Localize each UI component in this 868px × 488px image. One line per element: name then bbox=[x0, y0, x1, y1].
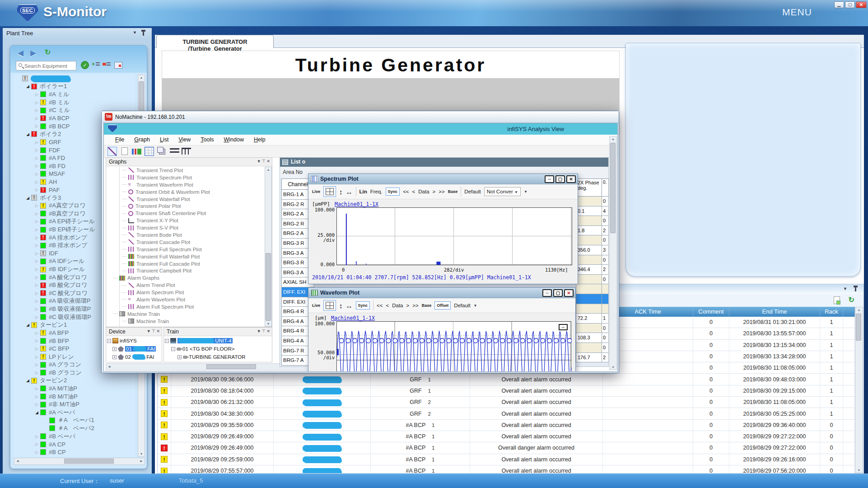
graphs-list-item[interactable]: Machine Train bbox=[107, 310, 264, 318]
device-item[interactable]: +02 FAI bbox=[107, 353, 161, 361]
sync-button[interactable]: Sync bbox=[386, 188, 400, 196]
scroll-thumb[interactable] bbox=[64, 459, 114, 464]
train-item[interactable]: − UNIT-4 bbox=[165, 337, 271, 345]
panel-header-icons[interactable]: ▼ ⊤ ✕ bbox=[257, 329, 270, 333]
tree-item[interactable]: ▷#A M/T油P bbox=[14, 385, 135, 393]
waveform-channel-link[interactable]: Machine01_1-1X bbox=[331, 315, 375, 321]
plant-tree-hscrollbar[interactable]: ◄ ► bbox=[14, 458, 145, 465]
graphs-list-item[interactable]: Transient Full Cascade Plot bbox=[107, 260, 264, 267]
cascade-windows-icon[interactable] bbox=[157, 147, 163, 153]
tree-expander-icon[interactable]: ◢ bbox=[25, 323, 31, 327]
tree-expander-icon[interactable]: ▷ bbox=[34, 307, 40, 311]
graphs-list-item[interactable]: Transient Full Spectrum Plot bbox=[107, 246, 264, 253]
close-button[interactable]: ✕ bbox=[566, 175, 576, 183]
collapse-icon[interactable]: − bbox=[165, 339, 169, 343]
device-root[interactable]: −infiSYS bbox=[107, 337, 161, 345]
trend-tool-icon[interactable] bbox=[107, 147, 117, 156]
device-item[interactable]: +01 FAI bbox=[107, 345, 161, 353]
column-header-end-time[interactable]: End Time bbox=[729, 307, 820, 317]
tree-expander-icon[interactable]: ▷ bbox=[34, 235, 40, 240]
table-icon[interactable] bbox=[145, 147, 154, 156]
pin-icon[interactable] bbox=[855, 287, 856, 291]
tree-expander-icon[interactable]: ▷ bbox=[34, 188, 40, 192]
tree-expander-icon[interactable]: ▷ bbox=[34, 108, 40, 113]
tree-expander-icon[interactable]: ▷ bbox=[34, 180, 40, 184]
tree-item[interactable]: ▷#A ミル bbox=[14, 90, 135, 99]
tree-expander-icon[interactable]: ▷ bbox=[34, 299, 40, 303]
menu-file[interactable]: File bbox=[110, 135, 129, 143]
graphs-list-item[interactable]: Alarm Graphs bbox=[107, 274, 264, 282]
tree-expander-icon[interactable]: ▷ bbox=[34, 156, 40, 160]
expand-icon[interactable]: + bbox=[112, 347, 117, 351]
open-window-icon[interactable] bbox=[114, 61, 122, 69]
graphs-list-item[interactable]: Transient Polar Plot bbox=[107, 202, 264, 210]
tree-expander-icon[interactable]: ▷ bbox=[34, 259, 40, 263]
tree-expander-icon[interactable]: ▷ bbox=[34, 362, 40, 367]
tree-expander-icon[interactable]: ◢ bbox=[25, 132, 31, 136]
graphs-scrollbar[interactable]: ▲ ▼ bbox=[265, 167, 272, 327]
table-row[interactable]: !2019/08/30 09:36:06:000GRF1Overall aler… bbox=[158, 374, 855, 385]
panel-header-icons[interactable]: ▼ ⊤ ✕ bbox=[257, 159, 270, 164]
table-row[interactable]: !2019/08/29 09:26:49:000#A BCP1Overall d… bbox=[158, 442, 855, 454]
table-row[interactable]: !2019/08/30 08:18:04:000GRF1Overall aler… bbox=[158, 385, 855, 397]
minimize-button[interactable]: ▁ bbox=[834, 1, 844, 8]
back-icon[interactable]: ◀ bbox=[18, 48, 23, 58]
tree-expander-icon[interactable]: ▷ bbox=[34, 283, 40, 287]
scroll-right-icon[interactable]: ► bbox=[140, 459, 143, 463]
graphs-list-item[interactable]: Alarm Spectrum Plot bbox=[107, 289, 264, 296]
phase-row[interactable]: 0 bbox=[576, 197, 609, 206]
phase-row[interactable]: 0 bbox=[576, 275, 609, 285]
tree-expander-icon[interactable]: ▷ bbox=[34, 251, 40, 256]
first-button[interactable]: << bbox=[377, 303, 383, 308]
scroll-down-icon[interactable]: ▼ bbox=[265, 322, 271, 325]
tree-expander-icon[interactable]: ▷ bbox=[34, 203, 40, 208]
tab-turbine-generator[interactable]: TURBINE GENERATOR /Turbine_Generator bbox=[156, 35, 274, 48]
vertical-scale-button[interactable]: ↕ bbox=[339, 188, 343, 196]
maximize-button[interactable]: ▢ bbox=[845, 1, 855, 8]
scroll-down-icon[interactable]: ▼ bbox=[138, 452, 145, 455]
dropdown-icon[interactable]: ▼ bbox=[474, 304, 477, 308]
minimize-button[interactable]: ─ bbox=[542, 289, 552, 297]
graphs-list-item[interactable]: Transient Waterfall Plot bbox=[107, 196, 264, 203]
prev-button[interactable]: < bbox=[386, 303, 389, 308]
tree-item[interactable]: ▷#A 脱気器給水P bbox=[14, 456, 135, 457]
tree-expander-icon[interactable]: ◢ bbox=[34, 410, 40, 415]
tree-expander-icon[interactable]: ▷ bbox=[34, 355, 40, 359]
tree-expander-icon[interactable]: ▷ bbox=[34, 371, 40, 375]
convert-dropdown[interactable]: Not Conver ▼ bbox=[484, 187, 521, 196]
scroll-thumb[interactable] bbox=[206, 364, 256, 369]
tree-expander-icon[interactable]: ▷ bbox=[34, 219, 40, 224]
tree-expander-icon[interactable]: ▷ bbox=[34, 124, 40, 128]
scroll-thumb[interactable] bbox=[610, 143, 616, 233]
tree-item[interactable]: ＃A ベーパ2 bbox=[14, 424, 135, 432]
maximize-button[interactable]: ▢ bbox=[553, 289, 563, 297]
last-button[interactable]: >> bbox=[412, 303, 418, 308]
graphs-list-item[interactable]: Transient Trend Plot bbox=[107, 167, 264, 174]
train-item[interactable]: −01 <TG BOP FLOOR> bbox=[165, 345, 271, 353]
tree-item[interactable]: ◢#A ベーパ bbox=[14, 408, 135, 417]
phase-row[interactable]: 0 bbox=[576, 255, 609, 265]
phase-row[interactable]: 0 bbox=[576, 343, 609, 353]
train-item[interactable]: +TURBINE GENERATOR bbox=[165, 353, 271, 361]
graphs-list-item[interactable]: ≈Transient Waveform Plot bbox=[107, 181, 264, 188]
graphs-list-item[interactable]: Transient Spectrum Plot bbox=[107, 174, 264, 181]
tree-expander-icon[interactable]: ▷ bbox=[34, 172, 40, 176]
tree-expander-icon[interactable]: ▷ bbox=[34, 386, 40, 391]
table-row[interactable]: !2019/08/30 04:38:30:000GRF2Overall aler… bbox=[158, 408, 855, 419]
menu-list[interactable]: List bbox=[155, 135, 173, 143]
tree-expander-icon[interactable]: ◢ bbox=[25, 196, 31, 200]
tree-expander-icon[interactable]: ▷ bbox=[34, 164, 40, 168]
phase-row[interactable]: 0 bbox=[576, 216, 609, 226]
scroll-thumb[interactable] bbox=[266, 253, 271, 321]
refresh-icon[interactable]: ↻ bbox=[45, 48, 51, 56]
tree-expander-icon[interactable]: ◢ bbox=[25, 84, 31, 89]
tree-expander-icon[interactable]: ▷ bbox=[34, 331, 40, 335]
phase-row[interactable]: 0 bbox=[576, 324, 609, 333]
tree-expander-icon[interactable]: ▷ bbox=[34, 243, 40, 248]
collapse-button[interactable]: ─ bbox=[559, 324, 568, 330]
column-header-comment[interactable]: Comment bbox=[693, 307, 729, 317]
graphs-list-item[interactable]: Transient Cascade Plot bbox=[107, 239, 264, 246]
phase-row[interactable]: 0 bbox=[576, 235, 609, 245]
graphs-list-item[interactable]: Transient Full Waterfall Plot bbox=[107, 253, 264, 260]
chevron-down-icon[interactable]: ▼ bbox=[133, 30, 137, 35]
